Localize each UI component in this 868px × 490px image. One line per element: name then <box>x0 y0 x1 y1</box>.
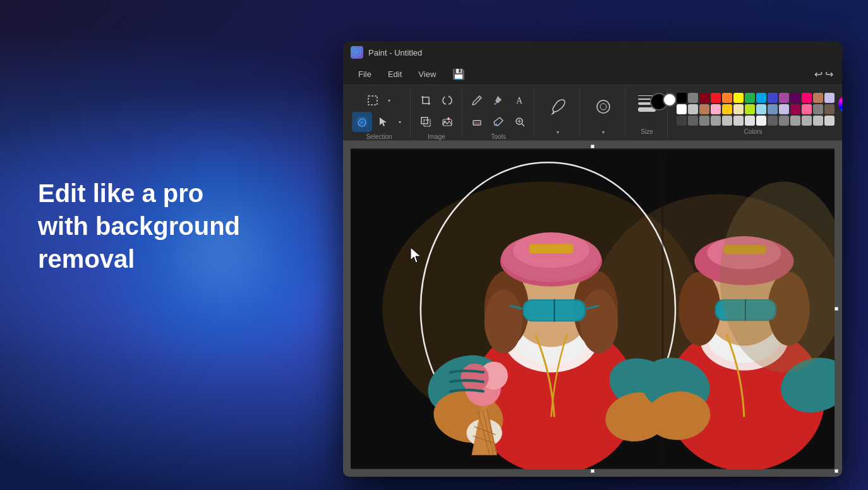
swatch-hotpink[interactable] <box>802 104 812 114</box>
swatch-almostwhite[interactable] <box>756 116 766 126</box>
image-row-2 <box>416 112 457 132</box>
eraser-button[interactable] <box>467 112 487 132</box>
swatch-green[interactable] <box>745 93 755 103</box>
svg-text:A: A <box>516 96 523 105</box>
swatch-darkred[interactable] <box>699 93 709 103</box>
svg-point-18 <box>600 104 606 110</box>
swatch-lightpink[interactable] <box>711 104 721 114</box>
menu-file[interactable]: File <box>352 67 378 81</box>
svg-rect-6 <box>424 120 430 126</box>
magic-select-button[interactable] <box>352 112 372 132</box>
swatch-cream[interactable] <box>733 104 744 114</box>
handle-bottom-right[interactable] <box>835 469 838 473</box>
swatch-gold[interactable] <box>722 104 732 114</box>
title-bar: Paint - Untitled <box>343 41 842 64</box>
rectangle-select-button[interactable] <box>363 90 383 111</box>
swatch-midgray[interactable] <box>813 104 823 114</box>
swatch-red[interactable] <box>711 93 721 103</box>
swatch-blue[interactable] <box>768 93 778 103</box>
menu-view[interactable]: View <box>412 67 442 81</box>
swatch-gray7[interactable] <box>824 116 835 126</box>
swatch-tan[interactable] <box>699 104 709 114</box>
color-picker-wheel[interactable] <box>838 95 842 113</box>
size-label: Size <box>641 128 653 135</box>
color-palette <box>677 93 835 126</box>
swatch-midgray3[interactable] <box>711 116 721 126</box>
swatch-yellow[interactable] <box>733 93 744 103</box>
selection-dropdown[interactable]: ▾ <box>383 90 395 111</box>
swatch-midgray2[interactable] <box>699 116 709 126</box>
app-icon <box>351 46 363 59</box>
svg-line-14 <box>522 124 524 126</box>
tools-group: A <box>463 88 534 138</box>
selection-group: ▾ ▾ Selection <box>348 88 411 138</box>
canvas-content <box>351 148 835 469</box>
handle-right[interactable] <box>835 307 838 311</box>
save-button[interactable]: 💾 <box>452 68 465 80</box>
swatch-darkgray1[interactable] <box>677 116 687 126</box>
menu-edit[interactable]: Edit <box>382 67 408 81</box>
swatch-cyan[interactable] <box>756 93 766 103</box>
color-row-1 <box>677 93 835 103</box>
swatch-steelblue[interactable] <box>768 104 778 114</box>
swatch-silver[interactable] <box>722 116 732 126</box>
colors-label: Colors <box>744 128 763 135</box>
colors-group: Colors <box>669 88 837 138</box>
swatch-pink[interactable] <box>802 93 812 103</box>
tools-row-1: A <box>467 90 530 111</box>
swatch-gray2[interactable] <box>768 116 778 126</box>
swatch-orange[interactable] <box>722 93 732 103</box>
brush-button[interactable] <box>544 93 572 121</box>
swatch-verylightgray[interactable] <box>745 116 755 126</box>
shapes-button[interactable] <box>589 93 617 121</box>
select-cursor-button[interactable] <box>373 112 394 132</box>
swatch-brown[interactable] <box>813 93 823 103</box>
swatch-darkgray2[interactable] <box>688 116 698 126</box>
cursor-dropdown[interactable]: ▾ <box>394 112 406 132</box>
swatch-lightgray[interactable] <box>688 104 698 114</box>
swatch-purple[interactable] <box>779 93 789 103</box>
swatch-darkbrown[interactable] <box>824 104 835 114</box>
window-title: Paint - Untitled <box>368 48 422 57</box>
tools-label: Tools <box>491 133 505 140</box>
swatch-gray3[interactable] <box>779 116 789 126</box>
rotate-button[interactable] <box>437 90 457 111</box>
undo-button[interactable]: ↩ <box>814 68 823 80</box>
pencil-button[interactable] <box>467 90 487 111</box>
text-button[interactable]: A <box>510 90 530 111</box>
swatch-gray[interactable] <box>688 93 698 103</box>
swatch-darkpurple[interactable] <box>790 93 800 103</box>
swatch-gray5[interactable] <box>802 116 812 126</box>
swatch-black[interactable] <box>677 93 687 103</box>
ai-image-button[interactable] <box>437 112 457 132</box>
canvas-area[interactable] <box>343 141 842 477</box>
swatch-gray4[interactable] <box>790 116 800 126</box>
svg-point-53 <box>461 364 488 391</box>
color-picker-button[interactable] <box>488 112 509 132</box>
swatch-skyblue[interactable] <box>756 104 766 114</box>
redo-button[interactable]: ↪ <box>825 68 833 80</box>
shapes-dropdown[interactable]: ▾ <box>597 122 610 142</box>
swatch-maroon[interactable] <box>790 104 800 114</box>
brushes-dropdown[interactable]: ▾ <box>552 122 564 142</box>
svg-point-32 <box>485 290 522 354</box>
svg-rect-5 <box>421 117 428 124</box>
crop-button[interactable] <box>416 90 436 111</box>
magnifier-button[interactable] <box>510 112 530 132</box>
swatch-white[interactable] <box>677 104 687 114</box>
selection-row-2: ▾ <box>352 112 406 132</box>
selection-row-1: ▾ <box>363 90 395 111</box>
swatch-gray6[interactable] <box>813 116 823 126</box>
handle-bottom[interactable] <box>591 469 594 473</box>
swatch-lime[interactable] <box>745 104 755 114</box>
image-group: Image <box>412 88 462 138</box>
swatch-periwinkle[interactable] <box>779 104 789 114</box>
fill-button[interactable] <box>488 90 509 111</box>
svg-point-62 <box>678 272 721 346</box>
svg-rect-2 <box>368 96 377 105</box>
color-row-2 <box>677 104 835 114</box>
swatch-lavender[interactable] <box>824 93 835 103</box>
resize-button[interactable] <box>416 112 436 132</box>
secondary-color[interactable] <box>663 93 677 107</box>
swatch-lightsilver[interactable] <box>733 116 744 126</box>
